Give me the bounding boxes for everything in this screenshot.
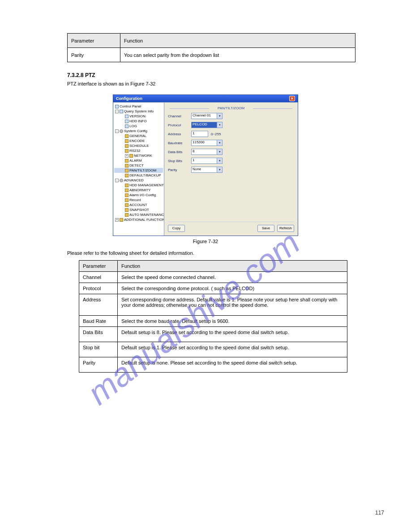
address-input[interactable]: 1 xyxy=(191,131,208,137)
section-caption: PTZ interface is shown as in Figure 7-32 xyxy=(67,81,390,86)
t2-f1: Select the corresponding dome protocol. … xyxy=(118,283,347,294)
tree-schedule[interactable]: SCHEDULE xyxy=(114,143,163,148)
tree-detect[interactable]: DETECT xyxy=(114,163,163,168)
top-table: Parameter Function Parity You can select… xyxy=(67,33,355,62)
t2-f4: Default setup is 8. Please set according… xyxy=(118,327,347,342)
chevron-down-icon: ▾ xyxy=(217,149,222,154)
chevron-down-icon: ▾ xyxy=(217,122,222,128)
tree-alarmio[interactable]: Alarm I/O Config xyxy=(114,193,163,197)
tree-sysconfig[interactable]: -System Config xyxy=(114,129,163,133)
baudrate-label: Baudrate xyxy=(168,141,191,145)
t2-h1: Parameter xyxy=(79,261,118,272)
section-title: 7.3.2.8 PTZ xyxy=(67,72,390,78)
t2-p1: Protocol xyxy=(79,283,118,294)
tree-general[interactable]: GENERAL xyxy=(114,133,163,138)
protocol-label: Protocol xyxy=(168,123,191,127)
tree-version[interactable]: VERSION xyxy=(114,114,163,119)
tree-network[interactable]: +NETWORK xyxy=(114,153,163,158)
tree-log[interactable]: LOG xyxy=(114,124,163,129)
parameter-table: Parameter Function ChannelSelect the spe… xyxy=(79,260,347,373)
t2-h2: Function xyxy=(118,261,347,272)
t2-f5: Default setup is 1. Please set according… xyxy=(118,342,347,357)
chevron-down-icon: ▾ xyxy=(217,167,222,172)
tree-encode[interactable]: ENCODE xyxy=(114,138,163,143)
copy-button[interactable]: Copy xyxy=(168,225,185,232)
t2-f0: Select the speed dome connected channel. xyxy=(118,272,347,283)
tree-automaint[interactable]: AUTO MAINTENANCE xyxy=(114,212,163,217)
stopbits-label: Stop Bits xyxy=(168,159,191,163)
dialog-title: Configuration xyxy=(116,96,142,101)
t2-p3: Baud Rate xyxy=(79,316,118,327)
channel-select[interactable]: Channel 01▾ xyxy=(191,113,223,119)
t2-p5: Stop bit xyxy=(79,342,118,357)
top-table-h2: Function xyxy=(120,34,355,48)
tree-ptz[interactable]: PAN/TILT/ZOOM xyxy=(114,168,163,173)
page-number: 117 xyxy=(375,510,384,516)
configuration-dialog: Configuration × Control Panel -Query Sys… xyxy=(113,94,298,236)
save-button[interactable]: Save xyxy=(257,225,274,232)
tree-rs232[interactable]: RS232 xyxy=(114,148,163,153)
tree-record[interactable]: Record xyxy=(114,197,163,202)
parity-label: Parity xyxy=(168,168,191,172)
t2-p2: Address xyxy=(79,294,118,316)
address-hint: 0~255 xyxy=(211,132,221,136)
tree-panel[interactable]: Control Panel -Query System Info VERSION… xyxy=(113,103,164,236)
tree-alarm[interactable]: ALARM xyxy=(114,158,163,163)
t2-f3: Select the dome baud rate. Default setup… xyxy=(118,316,347,327)
parity-select[interactable]: None▾ xyxy=(191,167,223,173)
tree-abnorm[interactable]: ABNORMITY xyxy=(114,188,163,193)
tree-defbkp[interactable]: DEFAULT/BACKUP xyxy=(114,173,163,178)
close-button[interactable]: × xyxy=(289,96,295,101)
databits-select[interactable]: 8▾ xyxy=(191,149,223,155)
t2-p4: Data Bits xyxy=(79,327,118,342)
protocol-select[interactable]: PELCOD▾ xyxy=(191,122,223,128)
baudrate-select[interactable]: 115200▾ xyxy=(191,140,223,146)
tree-advanced[interactable]: -ADVANCED xyxy=(114,178,163,183)
stopbits-select[interactable]: 1▾ xyxy=(191,158,223,164)
top-table-h1: Parameter xyxy=(68,34,120,48)
databits-label: Data Bits xyxy=(168,150,191,154)
tree-root[interactable]: Control Panel xyxy=(114,104,163,109)
t2-f6: Default setup is none. Please set accord… xyxy=(118,357,347,373)
content-pane: PAN/TILT/ZOOM Channel Channel 01▾ Protoc… xyxy=(164,103,298,236)
chevron-down-icon: ▾ xyxy=(217,158,222,163)
chevron-down-icon: ▾ xyxy=(217,113,222,119)
tree-hddmgmt[interactable]: HDD MANAGEMENT xyxy=(114,183,163,188)
top-table-c1: Parity xyxy=(68,48,120,62)
button-bar: Copy Save Refresh xyxy=(168,222,294,232)
tree-qsi[interactable]: -Query System Info xyxy=(114,109,163,114)
chevron-down-icon: ▾ xyxy=(217,140,222,146)
tree-account[interactable]: ACCOUNT xyxy=(114,202,163,207)
tree-hddinfo[interactable]: HDD INFO xyxy=(114,119,163,124)
channel-label: Channel xyxy=(168,114,191,118)
tree-addfunc[interactable]: +ADDITIONAL FUNCTION xyxy=(114,217,163,222)
figure-caption: Figure 7-32 xyxy=(21,239,390,244)
dialog-titlebar: Configuration × xyxy=(113,95,298,102)
panel-group-title: PAN/TILT/ZOOM xyxy=(168,106,294,110)
t2-p6: Parity xyxy=(79,357,118,373)
ref-caption: Please refer to the following sheet for … xyxy=(67,250,390,256)
t2-f2: Set corresponding dome address. Default … xyxy=(118,294,347,316)
tree-snapshot[interactable]: SNAPSHOT xyxy=(114,207,163,212)
address-label: Address xyxy=(168,132,191,136)
top-table-c2: You can select parity from the dropdown … xyxy=(120,48,355,62)
refresh-button[interactable]: Refresh xyxy=(277,225,294,232)
t2-p0: Channel xyxy=(79,272,118,283)
